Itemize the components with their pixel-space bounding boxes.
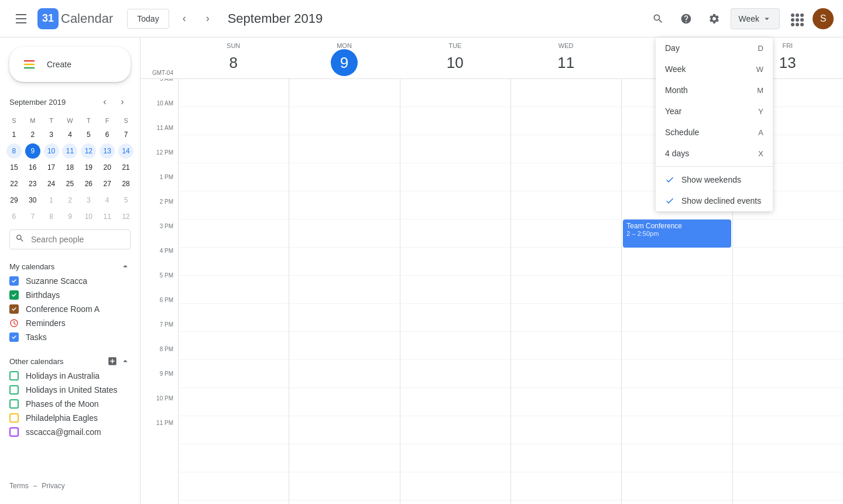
time-slot[interactable] [400,191,510,220]
time-slot[interactable] [179,332,289,360]
time-slot[interactable] [733,444,843,472]
time-slot[interactable] [289,163,399,191]
time-slot[interactable] [733,472,843,500]
time-slot[interactable] [622,388,732,416]
day-column[interactable] [510,79,621,504]
day-column[interactable] [289,79,399,504]
time-slot[interactable] [400,472,510,500]
prev-arrow[interactable]: ‹ [174,8,195,29]
mini-cal-day[interactable]: 14 [118,143,133,159]
mini-cal-day[interactable]: 8 [6,143,22,159]
time-slot[interactable] [179,416,289,444]
mini-cal-day[interactable]: 25 [62,176,77,191]
today-button[interactable]: Today [127,9,169,29]
time-slot[interactable] [179,276,289,304]
other-calendar-item[interactable]: Philadelphia Eagles [0,411,140,425]
my-calendar-item[interactable]: Conference Room A [0,302,140,316]
time-slot[interactable] [289,472,399,500]
time-slot[interactable] [289,191,399,220]
mini-cal-day[interactable]: 2 [62,193,77,208]
time-slot[interactable] [622,472,732,500]
time-slot[interactable] [511,79,621,107]
time-slot[interactable] [289,304,399,332]
mini-cal-day[interactable]: 24 [44,176,59,191]
dropdown-item[interactable]: Day D [656,37,773,59]
mini-cal-day[interactable]: 9 [62,209,77,224]
dropdown-item[interactable]: 4 days X [656,143,773,164]
time-slot[interactable] [400,416,510,444]
mini-cal-day[interactable]: 3 [81,193,96,208]
next-arrow[interactable]: › [197,8,218,29]
other-calendar-item[interactable]: sscacca@gmail.com [0,425,140,439]
time-slot[interactable] [733,388,843,416]
time-slot[interactable] [400,304,510,332]
create-button[interactable]: Create [9,47,131,82]
hamburger-menu[interactable] [9,7,33,30]
time-slot[interactable] [511,276,621,304]
search-people-input[interactable] [9,229,131,249]
time-slot[interactable] [179,444,289,472]
help-button[interactable] [674,7,698,30]
time-slot[interactable] [511,332,621,360]
mini-cal-day[interactable]: 23 [25,176,40,191]
mini-cal-day[interactable]: 16 [25,160,40,175]
mini-cal-day[interactable]: 4 [100,193,115,208]
mini-cal-day[interactable]: 28 [118,176,133,191]
mini-cal-day[interactable]: 11 [100,209,115,224]
day-num[interactable]: 9 [331,49,358,76]
dropdown-item[interactable]: Schedule A [656,122,773,143]
time-slot[interactable] [511,472,621,500]
mini-cal-day[interactable]: 22 [6,176,22,191]
time-slot[interactable] [622,444,732,472]
time-slot[interactable] [289,107,399,135]
time-slot[interactable] [622,416,732,444]
time-slot[interactable] [733,360,843,388]
mini-cal-day[interactable]: 4 [62,127,77,142]
time-slot[interactable] [400,107,510,135]
time-slot[interactable] [179,79,289,107]
time-slot[interactable] [622,332,732,360]
dropdown-checkrow[interactable]: Show weekends [656,169,773,190]
mini-cal-day[interactable]: 1 [44,193,59,208]
other-calendar-item[interactable]: Holidays in Australia [0,369,140,383]
time-slot[interactable] [511,220,621,248]
mini-cal-day[interactable]: 30 [25,193,40,208]
time-slot[interactable] [400,360,510,388]
mini-cal-day[interactable]: 2 [25,127,40,142]
time-slot[interactable] [400,163,510,191]
time-slot[interactable] [289,135,399,163]
other-calendars-header[interactable]: Other calendars [0,354,140,369]
apps-button[interactable] [784,7,808,30]
mini-cal-day[interactable]: 27 [100,176,115,191]
dropdown-item[interactable]: Year Y [656,101,773,122]
settings-button[interactable] [702,7,726,30]
time-slot[interactable] [622,248,732,276]
day-num[interactable]: 13 [774,49,801,76]
time-slot[interactable] [179,248,289,276]
mini-cal-day[interactable]: 20 [100,160,115,175]
time-slot[interactable] [179,304,289,332]
mini-cal-day[interactable]: 5 [81,127,96,142]
time-slot[interactable] [179,163,289,191]
time-slot[interactable] [400,388,510,416]
time-slot[interactable] [179,220,289,248]
mini-cal-day[interactable]: 3 [44,127,59,142]
mini-cal-day[interactable]: 17 [44,160,59,175]
time-slot[interactable] [733,332,843,360]
add-calendar-icon[interactable] [107,356,118,366]
mini-cal-day[interactable]: 9 [25,143,40,159]
time-slot[interactable] [289,332,399,360]
time-slot[interactable] [400,135,510,163]
privacy-link[interactable]: Privacy [42,482,64,490]
time-slot[interactable] [622,360,732,388]
time-slot[interactable] [511,248,621,276]
mini-cal-day[interactable]: 15 [6,160,22,175]
time-slot[interactable] [289,220,399,248]
time-slot[interactable] [400,332,510,360]
mini-cal-day[interactable]: 7 [25,209,40,224]
time-slot[interactable] [622,304,732,332]
time-slot[interactable] [733,416,843,444]
avatar[interactable]: S [813,8,834,29]
time-slot[interactable] [289,276,399,304]
time-slot[interactable] [511,135,621,163]
